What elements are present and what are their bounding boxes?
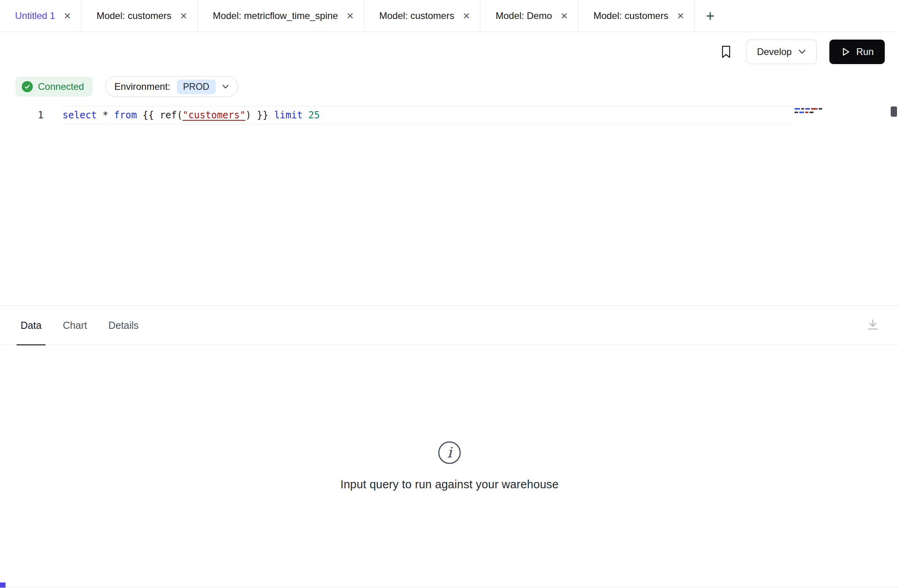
tab-label: Model: Demo: [495, 10, 552, 21]
environment-selector[interactable]: Environment: PROD: [105, 76, 238, 97]
minimap-line: [795, 112, 831, 113]
code-token: ) }}: [245, 110, 274, 121]
empty-state-message: Input query to run against your warehous…: [340, 478, 558, 491]
close-icon[interactable]: ×: [63, 10, 72, 22]
close-icon[interactable]: ×: [179, 10, 188, 22]
code-token-keyword: from: [114, 110, 137, 121]
tab-chart-label: Chart: [63, 320, 87, 331]
scrollbar-thumb[interactable]: [891, 106, 897, 117]
minimap-line: [795, 108, 831, 110]
chevron-down-icon: [222, 84, 229, 89]
close-icon[interactable]: ×: [676, 10, 685, 22]
plus-icon: +: [706, 8, 715, 25]
tab-model-customers-2[interactable]: Model: customers ×: [364, 0, 481, 32]
editor-tabbar: Untitled 1 × Model: customers × Model: m…: [0, 0, 899, 32]
tab-label: Model: customers: [594, 10, 668, 21]
tab-details-label: Details: [108, 320, 138, 331]
develop-button-label: Develop: [757, 46, 792, 57]
sql-editor[interactable]: 1 select * from {{ ref( "customers" ) }}…: [0, 102, 899, 305]
tab-model-metricflow-time-spine[interactable]: Model: metricflow_time_spine ×: [198, 0, 364, 32]
tab-data-label: Data: [21, 320, 42, 331]
code-token: {{ ref(: [137, 110, 183, 121]
bookmark-button[interactable]: [719, 43, 734, 61]
tab-label: Model: customers: [379, 10, 454, 21]
check-icon: [22, 81, 33, 92]
results-tabbar: Data Chart Details: [0, 305, 899, 345]
minimap: [795, 108, 831, 115]
corner-accent-square: [0, 582, 6, 588]
run-button-label: Run: [856, 46, 874, 57]
chevron-down-icon: [798, 49, 806, 55]
new-tab-button[interactable]: +: [695, 0, 726, 32]
tab-untitled-1[interactable]: Untitled 1 ×: [0, 0, 82, 32]
code-line-row: 1 select * from {{ ref( "customers" ) }}…: [0, 106, 899, 124]
results-empty-state: i Input query to run against your wareho…: [0, 345, 899, 586]
status-row: Connected Environment: PROD: [0, 72, 899, 102]
code-token-ref-link[interactable]: "customers": [182, 110, 245, 121]
environment-label: Environment:: [114, 81, 170, 92]
tab-label: Model: customers: [97, 10, 171, 21]
tab-data[interactable]: Data: [21, 306, 42, 345]
environment-value-badge: PROD: [177, 80, 216, 94]
dbt-ide-app: Untitled 1 × Model: customers × Model: m…: [0, 0, 899, 588]
develop-button[interactable]: Develop: [746, 40, 817, 64]
tab-model-customers-1[interactable]: Model: customers ×: [82, 0, 198, 32]
bookmark-icon: [720, 45, 732, 59]
code-token: *: [97, 110, 114, 121]
tab-label: Model: metricflow_time_spine: [213, 10, 338, 21]
tab-model-demo[interactable]: Model: Demo ×: [480, 0, 578, 32]
line-number: 1: [0, 106, 63, 124]
tab-label: Untitled 1: [15, 10, 55, 21]
tab-model-customers-3[interactable]: Model: customers ×: [578, 0, 695, 32]
info-icon: i: [437, 440, 462, 465]
close-icon[interactable]: ×: [346, 10, 355, 22]
toolbar: Develop Run: [0, 32, 899, 72]
code-token-number: 25: [308, 110, 320, 121]
connection-status-label: Connected: [38, 81, 84, 92]
download-icon: [866, 318, 880, 332]
close-icon[interactable]: ×: [560, 10, 569, 22]
editor-scrollbar[interactable]: [890, 104, 898, 302]
run-button[interactable]: Run: [829, 40, 885, 64]
code-token-keyword: select: [63, 110, 97, 121]
connection-status-badge: Connected: [15, 77, 93, 97]
code-token-keyword: limit: [274, 110, 303, 121]
tab-chart[interactable]: Chart: [63, 306, 87, 345]
code-token: [303, 110, 308, 121]
download-button[interactable]: [866, 318, 880, 333]
close-icon[interactable]: ×: [462, 10, 471, 22]
svg-text:i: i: [447, 444, 453, 461]
code-line[interactable]: select * from {{ ref( "customers" ) }} l…: [63, 106, 792, 124]
play-icon: [840, 47, 851, 57]
tab-details[interactable]: Details: [108, 306, 138, 345]
